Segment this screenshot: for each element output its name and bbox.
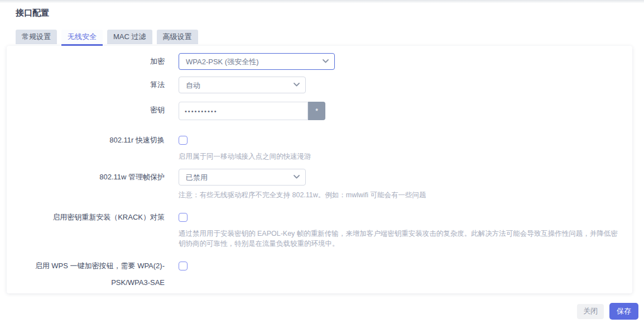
reveal-password-button[interactable]: * (308, 102, 325, 120)
mgmt-frame-protection-select-wrap: 已禁用 (179, 169, 306, 186)
close-button[interactable]: 关闭 (577, 304, 604, 319)
encryption-label: 加密 (7, 53, 165, 70)
krack-label: 启用密钥重新安装（KRACK）对策 (7, 209, 165, 226)
encryption-select[interactable]: WPA2-PSK (强安全性) (179, 53, 335, 70)
cipher-select-wrap: 自动 (179, 77, 306, 93)
encryption-row: 加密 WPA2-PSK (强安全性) (7, 53, 623, 70)
wps-checkbox[interactable] (179, 262, 188, 270)
fast-transition-row: 802.11r 快速切换 启用属于同一移动域接入点之间的快速漫游 (7, 132, 623, 162)
tab-bar: 常规设置 无线安全 MAC 过滤 高级设置 (16, 30, 198, 46)
dialog-footer: 关闭 保存 (577, 303, 638, 320)
mgmt-frame-protection-row: 802.11w 管理帧保护 已禁用 注意：有些无线驱动程序不完全支持 802.1… (7, 169, 623, 200)
cipher-row: 算法 自动 (7, 77, 623, 93)
tab-wireless-security[interactable]: 无线安全 (61, 30, 103, 46)
tab-mac-filter[interactable]: MAC 过滤 (107, 30, 152, 44)
key-input[interactable] (179, 102, 308, 120)
krack-checkbox[interactable] (179, 213, 188, 222)
cipher-label: 算法 (7, 77, 165, 93)
wps-label: 启用 WPS 一键加密按钮，需要 WPA(2)-PSK/WPA3-SAE (7, 258, 165, 291)
top-shadow (0, 0, 644, 3)
mgmt-frame-protection-label: 802.11w 管理帧保护 (7, 169, 165, 186)
page-title: 接口配置 (16, 8, 49, 18)
fast-transition-checkbox[interactable] (179, 136, 188, 145)
fast-transition-description: 启用属于同一移动域接入点之间的快速漫游 (179, 151, 623, 162)
save-button[interactable]: 保存 (609, 303, 638, 320)
tab-general-settings[interactable]: 常规设置 (16, 30, 57, 44)
wireless-security-panel: 加密 WPA2-PSK (强安全性) 算法 自动 (7, 46, 632, 293)
key-label: 密钥 (7, 102, 165, 118)
fast-transition-label: 802.11r 快速切换 (7, 132, 165, 149)
mgmt-frame-protection-note: 注意：有些无线驱动程序不完全支持 802.11w。例如：mwlwifi 可能会有… (179, 190, 623, 200)
wps-row: 启用 WPS 一键加密按钮，需要 WPA(2)-PSK/WPA3-SAE (7, 258, 623, 291)
krack-row: 启用密钥重新安装（KRACK）对策 通过禁用用于安装密钥的 EAPOL-Key … (7, 209, 623, 249)
cipher-select[interactable]: 自动 (179, 77, 306, 93)
krack-description: 通过禁用用于安装密钥的 EAPOL-Key 帧的重新传输，来增加客户端密钥重安装… (179, 229, 623, 249)
key-row: 密钥 * (7, 102, 623, 120)
tab-advanced-settings[interactable]: 高级设置 (157, 30, 198, 44)
mgmt-frame-protection-select[interactable]: 已禁用 (179, 169, 306, 186)
key-field-group: * (179, 102, 325, 120)
encryption-select-wrap: WPA2-PSK (强安全性) (179, 53, 335, 70)
